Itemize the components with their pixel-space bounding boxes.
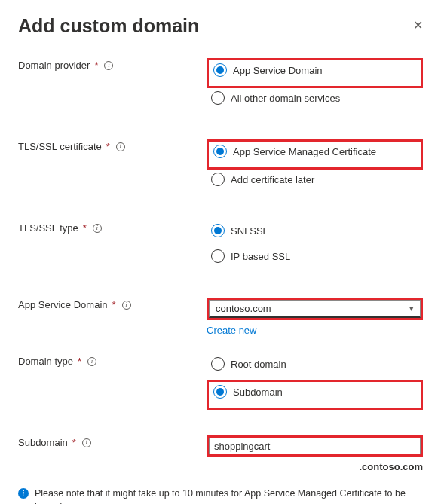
radio-subdomain[interactable]: Subdomain bbox=[209, 382, 287, 402]
subdomain-label: Subdomain bbox=[18, 437, 68, 448]
close-icon[interactable]: ✕ bbox=[413, 18, 423, 32]
radio-ip-ssl[interactable]: IP based SSL bbox=[207, 246, 423, 266]
radio-label: App Service Managed Certificate bbox=[233, 146, 376, 157]
required-asterisk: * bbox=[72, 437, 76, 448]
required-asterisk: * bbox=[78, 356, 81, 367]
domain-type-label: Domain type bbox=[18, 356, 73, 367]
panel-title: Add custom domain bbox=[18, 15, 199, 37]
tls-type-label: TLS/SSL type bbox=[18, 222, 78, 234]
radio-other-domain-services[interactable]: All other domain services bbox=[207, 88, 423, 108]
app-service-domain-dropdown[interactable]: contoso.com ▾ bbox=[209, 300, 421, 318]
radio-label: Subdomain bbox=[233, 386, 283, 398]
radio-managed-cert[interactable]: App Service Managed Certificate bbox=[209, 142, 381, 161]
radio-label: Add certificate later bbox=[231, 174, 314, 185]
create-new-link[interactable]: Create new bbox=[207, 325, 423, 336]
radio-sni-ssl[interactable]: SNI SSL bbox=[207, 221, 423, 240]
radio-root-domain[interactable]: Root domain bbox=[207, 354, 423, 374]
radio-cert-later[interactable]: Add certificate later bbox=[207, 170, 423, 189]
subdomain-suffix: .contoso.com bbox=[207, 461, 423, 472]
info-icon[interactable]: i bbox=[122, 301, 131, 310]
info-icon[interactable]: i bbox=[116, 142, 125, 151]
tls-cert-label: TLS/SSL certificate bbox=[18, 141, 102, 152]
app-service-domain-label: App Service Domain bbox=[18, 299, 108, 310]
info-icon[interactable]: i bbox=[87, 357, 96, 366]
dropdown-value: contoso.com bbox=[216, 303, 271, 314]
note-text: Please note that it might take up to 10 … bbox=[35, 487, 423, 504]
info-filled-icon: i bbox=[18, 488, 29, 499]
subdomain-input[interactable]: shoppingcart bbox=[209, 438, 421, 454]
radio-label: Root domain bbox=[231, 359, 286, 370]
required-asterisk: * bbox=[106, 141, 110, 152]
info-icon[interactable]: i bbox=[82, 438, 91, 447]
domain-provider-label: Domain provider bbox=[18, 60, 90, 71]
required-asterisk: * bbox=[94, 60, 98, 71]
radio-label: SNI SSL bbox=[231, 225, 268, 237]
required-asterisk: * bbox=[112, 299, 116, 310]
subdomain-value: shoppingcart bbox=[214, 441, 270, 452]
info-icon[interactable]: i bbox=[93, 224, 102, 233]
radio-app-service-domain[interactable]: App Service Domain bbox=[209, 60, 327, 80]
radio-label: IP based SSL bbox=[231, 251, 290, 262]
chevron-down-icon: ▾ bbox=[409, 304, 414, 313]
info-icon[interactable]: i bbox=[104, 61, 113, 70]
radio-label: App Service Domain bbox=[233, 65, 323, 76]
radio-label: All other domain services bbox=[231, 93, 340, 104]
required-asterisk: * bbox=[83, 222, 87, 234]
